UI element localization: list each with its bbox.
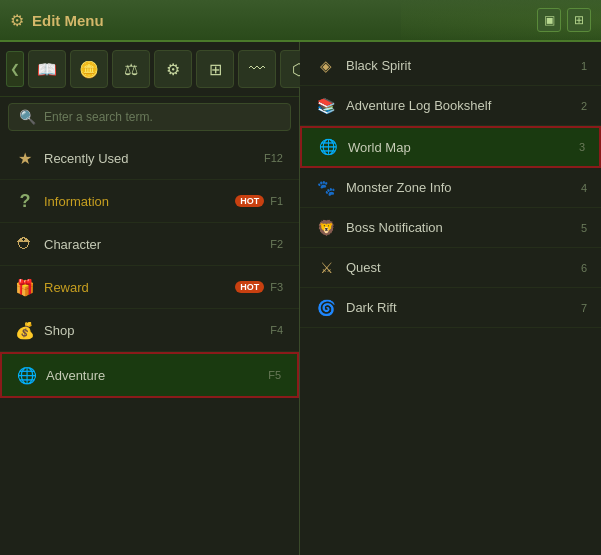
toolbar-book-icon[interactable]: 📖 — [28, 50, 66, 88]
shop-key: F4 — [270, 324, 283, 336]
search-bar: 🔍 — [8, 103, 291, 131]
sub-item-adventure-log[interactable]: 📚 Adventure Log Bookshelf 2 — [300, 86, 601, 126]
monster-zone-icon: 🐾 — [314, 176, 338, 200]
quest-icon: ⚔ — [314, 256, 338, 280]
sub-item-quest[interactable]: ⚔ Quest 6 — [300, 248, 601, 288]
menu-item-adventure[interactable]: 🌐 Adventure F5 — [0, 352, 299, 398]
menu-item-shop[interactable]: 💰 Shop F4 — [0, 309, 299, 352]
black-spirit-icon: ◈ — [314, 54, 338, 78]
layout-btn-2[interactable]: ⊞ — [567, 8, 591, 32]
sub-item-world-map[interactable]: 🌐 World Map 3 — [300, 126, 601, 168]
menu-item-reward[interactable]: 🎁 Reward HOT F3 — [0, 266, 299, 309]
menu-item-information[interactable]: ? Information HOT F1 — [0, 180, 299, 223]
information-key: F1 — [270, 195, 283, 207]
character-icon: ⛑ — [12, 231, 38, 257]
sub-menu-list: ◈ Black Spirit 1 📚 Adventure Log Bookshe… — [300, 42, 601, 555]
boss-notification-label: Boss Notification — [346, 220, 581, 235]
sub-item-black-spirit[interactable]: ◈ Black Spirit 1 — [300, 46, 601, 86]
left-panel: ❮ 📖 🪙 ⚖ ⚙ ⊞ 〰 ⬡ ⏻ ❯ 🔍 ★ Recently Used — [0, 42, 300, 555]
header-title: Edit Menu — [32, 12, 104, 29]
reward-key: F3 — [270, 281, 283, 293]
adventure-log-num: 2 — [581, 100, 587, 112]
reward-icon: 🎁 — [12, 274, 38, 300]
sub-item-monster-zone[interactable]: 🐾 Monster Zone Info 4 — [300, 168, 601, 208]
menu-item-recently-used[interactable]: ★ Recently Used F12 — [0, 137, 299, 180]
recently-used-icon: ★ — [12, 145, 38, 171]
monster-zone-label: Monster Zone Info — [346, 180, 581, 195]
information-hot-badge: HOT — [235, 195, 264, 207]
world-map-icon: 🌐 — [316, 135, 340, 159]
dark-rift-label: Dark Rift — [346, 300, 581, 315]
world-map-label: World Map — [348, 140, 579, 155]
information-icon: ? — [12, 188, 38, 214]
black-spirit-num: 1 — [581, 60, 587, 72]
sub-item-dark-rift[interactable]: 🌀 Dark Rift 7 — [300, 288, 601, 328]
toolbar: ❮ 📖 🪙 ⚖ ⚙ ⊞ 〰 ⬡ ⏻ ❯ — [0, 42, 299, 97]
menu-items-list: ★ Recently Used F12 ? Information HOT F1… — [0, 137, 299, 555]
header: ⚙ Edit Menu ▣ ⊞ — [0, 0, 601, 42]
boss-notification-icon: 🦁 — [314, 216, 338, 240]
adventure-log-icon: 📚 — [314, 94, 338, 118]
adventure-label: Adventure — [46, 368, 268, 383]
adventure-log-label: Adventure Log Bookshelf — [346, 98, 581, 113]
information-label: Information — [44, 194, 235, 209]
toolbar-gear-icon[interactable]: ⚙ — [154, 50, 192, 88]
toolbar-wave-icon[interactable]: 〰 — [238, 50, 276, 88]
shop-label: Shop — [44, 323, 270, 338]
dark-rift-icon: 🌀 — [314, 296, 338, 320]
sub-item-boss-notification[interactable]: 🦁 Boss Notification 5 — [300, 208, 601, 248]
toolbar-plus-icon[interactable]: ⊞ — [196, 50, 234, 88]
toolbar-coin-icon[interactable]: 🪙 — [70, 50, 108, 88]
menu-item-character[interactable]: ⛑ Character F2 — [0, 223, 299, 266]
reward-label: Reward — [44, 280, 235, 295]
reward-hot-badge: HOT — [235, 281, 264, 293]
quest-num: 6 — [581, 262, 587, 274]
adventure-icon: 🌐 — [14, 362, 40, 388]
dark-rift-num: 7 — [581, 302, 587, 314]
main-container: ❮ 📖 🪙 ⚖ ⚙ ⊞ 〰 ⬡ ⏻ ❯ 🔍 ★ Recently Used — [0, 42, 601, 555]
toolbar-left-arrow[interactable]: ❮ — [6, 51, 24, 87]
recently-used-label: Recently Used — [44, 151, 264, 166]
world-map-num: 3 — [579, 141, 585, 153]
header-buttons: ▣ ⊞ — [537, 8, 591, 32]
monster-zone-num: 4 — [581, 182, 587, 194]
search-icon: 🔍 — [19, 109, 36, 125]
character-label: Character — [44, 237, 270, 252]
header-gear-icon: ⚙ — [10, 11, 24, 30]
search-input[interactable] — [44, 110, 280, 124]
adventure-key: F5 — [268, 369, 281, 381]
right-panel: ◈ Black Spirit 1 📚 Adventure Log Bookshe… — [300, 42, 601, 555]
recently-used-key: F12 — [264, 152, 283, 164]
toolbar-scale-icon[interactable]: ⚖ — [112, 50, 150, 88]
layout-btn-1[interactable]: ▣ — [537, 8, 561, 32]
shop-icon: 💰 — [12, 317, 38, 343]
boss-notification-num: 5 — [581, 222, 587, 234]
character-key: F2 — [270, 238, 283, 250]
quest-label: Quest — [346, 260, 581, 275]
black-spirit-label: Black Spirit — [346, 58, 581, 73]
